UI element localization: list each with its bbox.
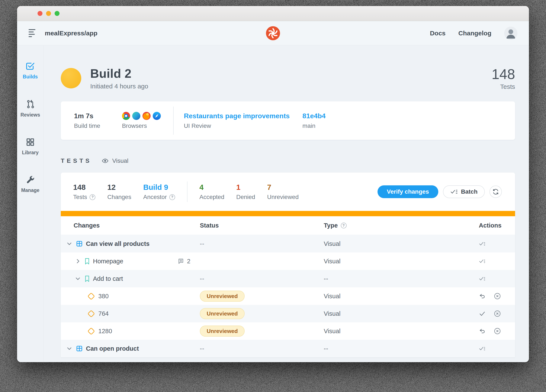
close-window-button[interactable] (38, 11, 42, 16)
deny-icon[interactable] (494, 310, 501, 317)
row-status: -- (200, 240, 324, 247)
nav-link-changelog[interactable]: Changelog (458, 30, 491, 37)
title-bar (17, 6, 529, 21)
stat-denied-label: Denied (236, 194, 255, 201)
row-status: -- (200, 345, 324, 352)
app-window: mealExpress/app Docs Changelog (17, 6, 529, 362)
stats-divider (187, 182, 188, 202)
chevron-down-icon[interactable] (66, 240, 73, 247)
comments-indicator[interactable]: 2 (178, 258, 190, 265)
build-time-value: 1m 7s (74, 112, 100, 120)
deny-icon[interactable] (494, 292, 501, 300)
row-status: -- (200, 275, 324, 282)
review-title-link[interactable]: Restaurants page improvements (184, 112, 290, 120)
library-grid-icon (26, 137, 35, 147)
safari-browser-icon (153, 112, 161, 120)
row-name[interactable]: 764 (98, 310, 109, 317)
build-title: Build 2 (90, 66, 148, 81)
status-badge: Unreviewed (200, 326, 245, 337)
sidebar-item-library[interactable]: Library (22, 137, 39, 156)
sidebar-label-manage: Manage (21, 188, 39, 193)
visual-filter-label: Visual (112, 158, 128, 164)
stat-accepted: 4 Accepted (199, 183, 224, 201)
row-name[interactable]: Homepage (93, 258, 123, 265)
approve-check-icon[interactable] (479, 310, 486, 317)
ancestor-build-link[interactable]: Build 9 (143, 183, 175, 191)
zoom-window-button[interactable] (55, 11, 59, 16)
bookmark-icon (84, 275, 90, 282)
sidebar-item-reviews[interactable]: Reviews (20, 99, 40, 118)
sidebar-label-reviews: Reviews (20, 112, 40, 118)
main-content: Build 2 Initiated 4 hours ago 148 Tests … (44, 45, 529, 362)
tests-card: 148 Tests? 12 Changes Build 9 Ancestor? … (61, 173, 515, 357)
column-status: Status (200, 222, 324, 229)
type-help-icon[interactable]: ? (341, 223, 347, 228)
stat-tests: 148 Tests? (73, 183, 95, 201)
row-type: -- (324, 345, 479, 352)
row-type: Visual (324, 258, 479, 265)
sidebar-label-library: Library (22, 150, 39, 156)
percy-logo-icon[interactable] (266, 26, 280, 40)
batch-review-icon[interactable] (479, 241, 486, 247)
menu-icon[interactable] (29, 29, 36, 37)
ancestor-help-icon[interactable]: ? (169, 194, 175, 200)
status-badge: Unreviewed (200, 308, 245, 319)
row-type: Visual (324, 293, 479, 300)
batch-review-icon[interactable] (479, 346, 486, 352)
tests-count-label: Tests (492, 83, 515, 90)
undo-icon[interactable] (479, 328, 486, 335)
batch-review-icon[interactable] (479, 258, 486, 264)
snapshot-group-icon (76, 345, 83, 352)
edge-browser-icon (132, 112, 140, 120)
sidebar-item-builds[interactable]: Builds (23, 61, 38, 80)
column-type-label: Type (324, 222, 338, 229)
visual-filter[interactable]: Visual (102, 157, 128, 164)
eye-icon (102, 157, 109, 164)
refresh-button[interactable] (489, 186, 502, 198)
build-header: Build 2 Initiated 4 hours ago 148 Tests (61, 66, 515, 90)
sidebar-item-manage[interactable]: Manage (21, 175, 39, 193)
user-avatar[interactable] (504, 27, 517, 40)
row-type: Visual (324, 310, 479, 317)
stat-accepted-value: 4 (199, 183, 224, 191)
row-name[interactable]: Can view all products (86, 240, 150, 247)
chevron-down-icon[interactable] (74, 275, 81, 282)
sidebar: Builds Reviews (17, 45, 44, 362)
verify-changes-button[interactable]: Verify changes (377, 185, 438, 198)
undo-icon[interactable] (479, 293, 486, 300)
tests-help-icon[interactable]: ? (90, 194, 95, 200)
deny-icon[interactable] (494, 328, 501, 335)
commit-link[interactable]: 81e4b4 (302, 112, 326, 120)
top-nav: mealExpress/app Docs Changelog (17, 21, 529, 45)
comment-count: 2 (187, 258, 190, 265)
column-changes: Changes (61, 222, 200, 229)
status-badge: Unreviewed (200, 291, 245, 302)
minimize-window-button[interactable] (46, 11, 51, 16)
table-row: Can view all products -- Visual (61, 235, 515, 253)
row-name[interactable]: 380 (98, 293, 109, 300)
project-name[interactable]: mealExpress/app (45, 30, 98, 37)
row-name[interactable]: Add to cart (93, 275, 123, 282)
row-type: Visual (324, 240, 479, 247)
stat-denied: 1 Denied (236, 183, 255, 201)
reviews-compare-icon (26, 99, 35, 109)
chrome-browser-icon (122, 112, 130, 120)
table-row: 1280 Unreviewed Visual (61, 322, 515, 340)
row-name[interactable]: Can open product (86, 345, 139, 352)
column-type: Type ? (324, 222, 479, 229)
stat-denied-value: 1 (236, 183, 255, 191)
stat-changes-label: Changes (107, 194, 131, 201)
snapshot-diamond-icon (87, 310, 95, 317)
row-name[interactable]: 1280 (98, 328, 112, 335)
stat-unreviewed-label: Unreviewed (267, 194, 299, 201)
nav-link-docs[interactable]: Docs (430, 30, 446, 37)
table-row: 764 Unreviewed Visual (61, 305, 515, 322)
chevron-right-icon[interactable] (74, 258, 81, 265)
build-time-label: Build time (74, 122, 100, 129)
stat-ancestor: Build 9 Ancestor? (143, 183, 175, 201)
snapshot-diamond-icon (87, 327, 95, 335)
batch-review-icon[interactable] (479, 276, 486, 282)
chevron-down-icon[interactable] (66, 345, 73, 352)
table-header: Changes Status Type ? Actions (61, 216, 515, 235)
batch-button[interactable]: Batch (443, 185, 485, 198)
